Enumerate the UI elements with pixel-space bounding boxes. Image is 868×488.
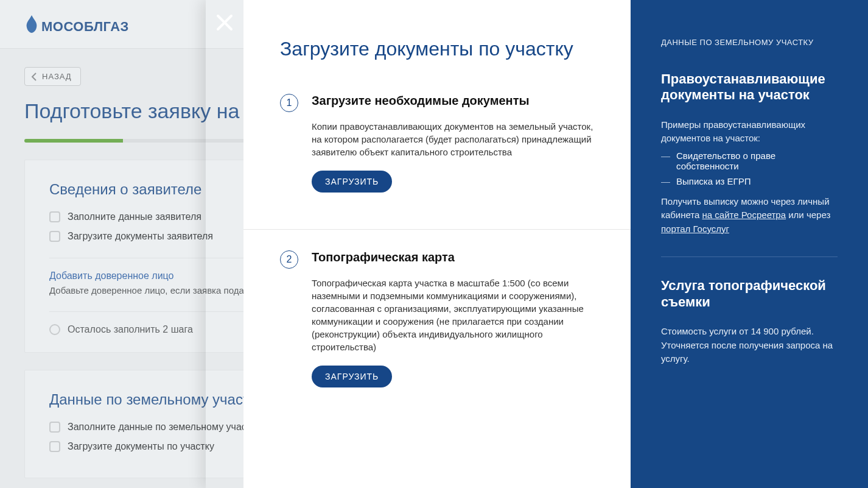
logo: МОСОБЛГАЗ: [24, 14, 129, 35]
step-1-heading: Загрузите необходимые документы: [312, 94, 600, 108]
info-panel: ДАННЫЕ ПО ЗЕМЕЛЬНОМУ УЧАСТКУ Правоустана…: [631, 0, 868, 488]
checkbox-icon: [49, 231, 60, 242]
step-1-text: Копии правоустанавливающих документов на…: [312, 120, 600, 158]
chevron-left-icon: [31, 72, 37, 81]
rosreestr-link[interactable]: на сайте Росреетра: [702, 210, 786, 220]
info-bullet-1: Свидетельство о праве собственности: [661, 150, 838, 171]
panel-divider: [243, 229, 631, 230]
info-links-line: Получить выписку можно через личный каби…: [661, 195, 838, 236]
gosuslugi-link[interactable]: портал Госуслуг: [661, 224, 729, 234]
step-2: 2 Топографическая карта Топографическая …: [280, 250, 600, 387]
status-circle-icon: [49, 324, 60, 335]
step-number-2: 2: [280, 250, 298, 269]
close-icon[interactable]: [215, 13, 234, 34]
upload-panel: Загрузите документы по участку 1 Загрузи…: [243, 0, 631, 488]
upload-button-2[interactable]: ЗАГРУЗИТЬ: [312, 366, 392, 387]
step-2-heading: Топографическая карта: [312, 250, 600, 264]
close-strip: [206, 0, 243, 488]
checkbox-icon: [49, 211, 60, 222]
flame-icon: [24, 14, 39, 35]
info-heading-2: Услуга топографической съемки: [661, 278, 838, 310]
step-2-text: Топографическая карта участка в масштабе…: [312, 277, 600, 353]
panel-title: Загрузите документы по участку: [280, 38, 600, 60]
info-intro: Примеры правоустанавливающих документов …: [661, 118, 838, 146]
info-bullet-2: Выписка из ЕГРП: [661, 176, 838, 186]
brand-text: МОСОБЛГАЗ: [41, 19, 129, 35]
info-service-text: Стоимость услуги от 14 900 рублей. Уточн…: [661, 325, 838, 366]
info-heading-1: Правоустанавливающие документы на участо…: [661, 71, 838, 104]
overlay: Загрузите документы по участку 1 Загрузи…: [206, 0, 868, 488]
info-caption: ДАННЫЕ ПО ЗЕМЕЛЬНОМУ УЧАСТКУ: [661, 38, 838, 47]
step-number-1: 1: [280, 94, 298, 112]
back-label: НАЗАД: [42, 72, 72, 81]
step-1: 1 Загрузите необходимые документы Копии …: [280, 94, 600, 193]
upload-button-1[interactable]: ЗАГРУЗИТЬ: [312, 171, 392, 193]
checkbox-icon: [49, 441, 60, 452]
back-button[interactable]: НАЗАД: [24, 67, 81, 86]
checkbox-icon: [49, 422, 60, 433]
